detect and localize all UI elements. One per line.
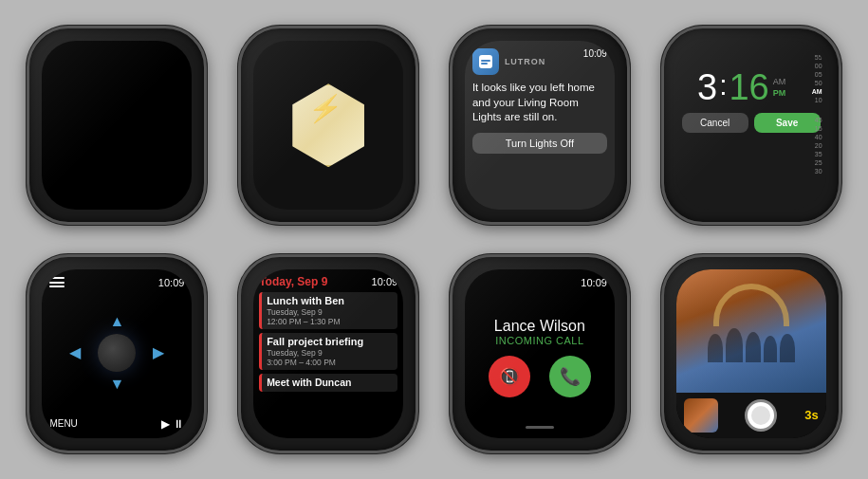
notif-message: It looks like you left home and your Liv… xyxy=(472,81,607,125)
call-indicator xyxy=(526,426,554,429)
dial-numbers: 55 00 05 50 AM 10 xyxy=(812,54,822,103)
badge-hexagon: ⚡ xyxy=(286,78,371,173)
remote-row-bottom: ▼ xyxy=(69,376,164,393)
ampm-selector: AM PM xyxy=(773,77,786,98)
turn-lights-off-button[interactable]: Turn Lights Off xyxy=(472,133,607,154)
time-colon: : xyxy=(719,69,727,101)
up-button[interactable]: ▲ xyxy=(109,313,124,330)
call-time: 10:09 xyxy=(581,277,607,288)
remote-bottom: MENU ▶ ⏸ xyxy=(49,417,184,431)
down-button[interactable]: ▼ xyxy=(109,376,124,393)
notif-time: 10:09 xyxy=(583,48,607,59)
cal-event-2-detail: Tuesday, Sep 9 xyxy=(267,348,393,358)
watch-5-screen: 10:09 ▲ ◀ ▶ ▼ xyxy=(42,269,192,438)
accept-button[interactable]: 📞 xyxy=(549,356,591,397)
watch-5: 10:09 ▲ ◀ ▶ ▼ xyxy=(27,254,207,453)
watch-4: 55 00 05 50 AM 10 45 15 40 20 35 25 xyxy=(661,26,841,225)
play-pause-button[interactable]: ▶ ⏸ xyxy=(161,417,184,431)
photo-bottom: 3s xyxy=(676,393,826,438)
watch-container-6: Today, Sep 9 10:09 Lunch with Ben Tuesda… xyxy=(229,246,429,463)
watch-6-screen: Today, Sep 9 10:09 Lunch with Ben Tuesda… xyxy=(253,269,403,438)
remote-center-button[interactable] xyxy=(98,334,136,372)
photo-main xyxy=(676,269,826,393)
time-picker-actions: Cancel Save xyxy=(682,113,821,133)
hour-box: 3 xyxy=(697,69,717,105)
badge-lightning-icon: ⚡ xyxy=(306,93,345,124)
remote-row-top: ▲ xyxy=(69,313,164,330)
cal-event-2-title: Fall project briefing xyxy=(267,336,393,348)
watch-container-3: 10:09 LUTRON It looks like you left home… xyxy=(440,17,640,234)
left-button[interactable]: ◀ xyxy=(69,343,81,361)
watch-2: ⚡ xyxy=(238,26,418,225)
arch-shape xyxy=(713,284,789,326)
watch-container-2: ⚡ xyxy=(229,17,429,234)
watch-container-7: 10:09 Lance Wilson INCOMING CALL 📵 📞 xyxy=(440,246,640,463)
pm-label: PM xyxy=(773,88,786,98)
watch-3-screen: 10:09 LUTRON It looks like you left home… xyxy=(465,41,615,210)
minute-box: 16 xyxy=(729,69,768,105)
remote-row-middle: ◀ ▶ xyxy=(69,334,164,372)
cal-header: Today, Sep 9 10:09 xyxy=(259,275,397,288)
cal-time: 10:09 xyxy=(372,276,398,287)
svg-rect-1 xyxy=(481,60,490,62)
watch-6: Today, Sep 9 10:09 Lunch with Ben Tuesda… xyxy=(238,254,418,453)
watch-1 xyxy=(27,26,207,225)
time-display: 3 : 16 AM PM xyxy=(682,69,821,105)
watch-1-screen xyxy=(42,41,192,210)
notif-app-name: LUTRON xyxy=(505,57,546,66)
caller-name: Lance Wilson xyxy=(494,318,585,335)
watch-7: 10:09 Lance Wilson INCOMING CALL 📵 📞 xyxy=(450,254,630,453)
photo-timer: 3s xyxy=(804,408,818,422)
minute-digit: 16 xyxy=(729,69,768,105)
menu-label: MENU xyxy=(49,418,77,429)
cancel-button[interactable]: Cancel xyxy=(682,113,748,133)
remote-time: 10:09 xyxy=(158,277,185,288)
save-button[interactable]: Save xyxy=(754,113,821,133)
menu-icon xyxy=(49,277,65,287)
hour-digit: 3 xyxy=(697,69,717,105)
shutter-button[interactable] xyxy=(745,399,777,432)
cal-event-3: Meet with Duncan xyxy=(259,374,397,392)
watch-container-5: 10:09 ▲ ◀ ▶ ▼ xyxy=(17,246,217,463)
am-label: AM xyxy=(773,77,786,86)
accept-icon: 📞 xyxy=(560,366,581,387)
watches-grid: ⚡ 10:09 LUTRON xyxy=(0,0,868,479)
watch-container-4: 55 00 05 50 AM 10 45 15 40 20 35 25 xyxy=(651,17,851,234)
cal-date: Today, Sep 9 xyxy=(259,275,327,288)
watch-2-screen: ⚡ xyxy=(253,41,403,210)
svg-rect-2 xyxy=(481,63,488,64)
watch-4-screen: 55 00 05 50 AM 10 45 15 40 20 35 25 xyxy=(676,41,826,210)
cal-event-1-time: 12:00 PM – 1:30 PM xyxy=(267,317,393,326)
decline-icon: 📵 xyxy=(499,366,520,387)
cal-event-2-time: 3:00 PM – 4:00 PM xyxy=(267,358,393,367)
call-buttons: 📵 📞 xyxy=(489,356,591,397)
remote-controls: ▲ ◀ ▶ ▼ xyxy=(69,288,164,417)
cal-event-3-title: Meet with Duncan xyxy=(267,377,393,389)
remote-top: 10:09 xyxy=(49,277,184,288)
watch-container-8: 3s xyxy=(651,246,851,463)
dial-numbers-2: 45 15 40 20 35 25 30 xyxy=(815,117,822,175)
cal-event-1: Lunch with Ben Tuesday, Sep 9 12:00 PM –… xyxy=(259,292,397,329)
call-info: Lance Wilson INCOMING CALL 📵 📞 xyxy=(489,279,591,426)
watch-8-screen: 3s xyxy=(676,269,826,438)
lutron-icon xyxy=(472,48,499,75)
cal-event-2: Fall project briefing Tuesday, Sep 9 3:0… xyxy=(259,333,397,370)
right-button[interactable]: ▶ xyxy=(153,343,164,361)
cal-event-1-title: Lunch with Ben xyxy=(267,295,393,307)
cal-event-1-detail: Tuesday, Sep 9 xyxy=(267,307,393,317)
people-silhouette xyxy=(708,328,795,362)
watch-3: 10:09 LUTRON It looks like you left home… xyxy=(450,26,630,225)
photo-thumbnail[interactable] xyxy=(684,398,718,433)
decline-button[interactable]: 📵 xyxy=(489,356,530,397)
watch-8: 3s xyxy=(661,254,841,453)
watch-7-screen: 10:09 Lance Wilson INCOMING CALL 📵 📞 xyxy=(465,269,615,438)
call-status: INCOMING CALL xyxy=(495,335,583,346)
badge-hex-shape: ⚡ xyxy=(286,83,370,167)
watch-container-1 xyxy=(17,17,217,234)
